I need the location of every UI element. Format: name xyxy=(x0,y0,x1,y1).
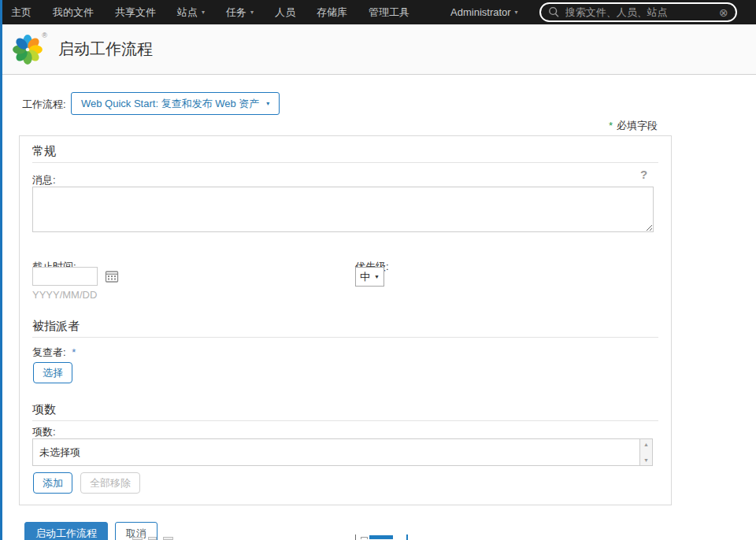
user-menu-label: Administrator xyxy=(450,6,511,18)
remove-all-items-button: 全部移除 xyxy=(80,472,140,494)
workflow-label: 工作流程: xyxy=(22,98,66,112)
clipped-footer-fragment xyxy=(355,534,356,540)
required-fields-note: *必填字段 xyxy=(609,119,658,133)
nav-item-label: 管理工具 xyxy=(369,6,410,20)
nav-item-tasks[interactable]: 任务▾ xyxy=(226,6,254,20)
required-note-text: 必填字段 xyxy=(617,120,658,131)
nav-item-repository[interactable]: 存储库 xyxy=(317,6,347,20)
priority-value: 中 xyxy=(360,270,370,284)
nav-item-label: 站点 xyxy=(177,6,198,20)
reviewer-label: 复查者: * xyxy=(32,346,76,360)
section-items: 项数 xyxy=(32,402,56,417)
scroll-up-icon[interactable]: ▲ xyxy=(643,442,649,447)
clipped-footer-fragment xyxy=(148,537,157,540)
nav-item-shared-files[interactable]: 共享文件 xyxy=(115,6,156,20)
clear-search-icon[interactable]: ⊗ xyxy=(719,7,728,18)
alfresco-flower-logo: ® xyxy=(11,33,46,66)
chevron-down-icon: ▾ xyxy=(250,9,254,16)
calendar-icon[interactable] xyxy=(105,269,119,283)
page-title: 启动工作流程 xyxy=(58,39,153,60)
selected-items-list: 未选择项 ▲ ▼ xyxy=(32,438,653,466)
clipped-footer-fragment xyxy=(132,537,143,540)
add-items-button[interactable]: 添加 xyxy=(33,472,72,494)
section-divider xyxy=(32,420,658,421)
nav-item-people[interactable]: 人员 xyxy=(275,6,295,20)
clipped-footer-fragment xyxy=(406,534,408,540)
reviewer-label-text: 复查者: xyxy=(32,346,66,358)
chevron-down-icon: ▾ xyxy=(266,100,269,107)
global-search-box[interactable]: ⊗ xyxy=(539,2,737,22)
priority-select[interactable]: 中 ▼ xyxy=(355,267,384,287)
nav-item-my-files[interactable]: 我的文件 xyxy=(53,6,94,20)
nav-item-home[interactable]: 主页 xyxy=(11,6,32,20)
section-divider xyxy=(32,162,658,163)
clipped-footer-fragment xyxy=(369,535,393,539)
section-general: 常规 xyxy=(32,144,56,159)
chevron-down-icon: ▾ xyxy=(515,9,518,16)
page-header: ® 启动工作流程 xyxy=(0,24,756,75)
items-label: 项数: xyxy=(32,425,56,439)
left-edge-accent-stripe xyxy=(0,0,2,540)
required-asterisk: * xyxy=(609,120,613,131)
select-reviewer-button[interactable]: 选择 xyxy=(33,362,72,383)
chevron-down-icon: ▼ xyxy=(374,274,380,279)
nav-item-sites[interactable]: 站点▾ xyxy=(177,6,205,20)
nav-item-label: 主页 xyxy=(11,6,32,20)
due-date-input[interactable] xyxy=(32,267,98,286)
required-asterisk: * xyxy=(72,346,76,358)
scroll-down-icon[interactable]: ▼ xyxy=(643,457,649,463)
workflow-type-value: Web Quick Start: 复查和发布 Web 资产 xyxy=(81,97,259,111)
user-menu[interactable]: Administrator▾ xyxy=(450,6,518,18)
nav-item-label: 任务 xyxy=(226,6,246,20)
nav-item-label: 共享文件 xyxy=(115,6,156,20)
top-navigation-bar: 主页 我的文件 共享文件 站点▾ 任务▾ 人员 存储库 管理工具 Adminis… xyxy=(0,0,756,24)
nav-item-label: 人员 xyxy=(275,6,295,20)
message-label: 消息: xyxy=(32,173,56,187)
clipped-footer-fragment xyxy=(361,537,368,539)
nav-item-label: 我的文件 xyxy=(53,6,94,20)
start-workflow-button[interactable]: 启动工作流程 xyxy=(24,522,108,540)
section-divider xyxy=(32,337,658,338)
search-input[interactable] xyxy=(565,6,713,18)
items-list-scrollbar[interactable]: ▲ ▼ xyxy=(639,439,652,465)
help-icon[interactable]: ? xyxy=(640,168,647,181)
chevron-down-icon: ▾ xyxy=(202,9,205,16)
nav-item-label: 存储库 xyxy=(317,6,347,20)
message-textarea[interactable] xyxy=(32,187,654,232)
clipped-footer-fragment xyxy=(163,537,173,540)
workflow-type-dropdown[interactable]: Web Quick Start: 复查和发布 Web 资产 ▾ xyxy=(71,92,280,115)
section-assignees: 被指派者 xyxy=(32,319,80,334)
registered-trademark: ® xyxy=(42,31,47,39)
nav-item-admin-tools[interactable]: 管理工具 xyxy=(369,6,410,20)
search-icon xyxy=(548,6,560,18)
items-empty-text: 未选择项 xyxy=(33,439,639,465)
workflow-form-panel: 常规 消息: ? 截止时间: YYYY/MM/DD 优先级: 中 ▼ 被指派者 … xyxy=(19,135,672,505)
date-format-hint: YYYY/MM/DD xyxy=(32,289,97,301)
